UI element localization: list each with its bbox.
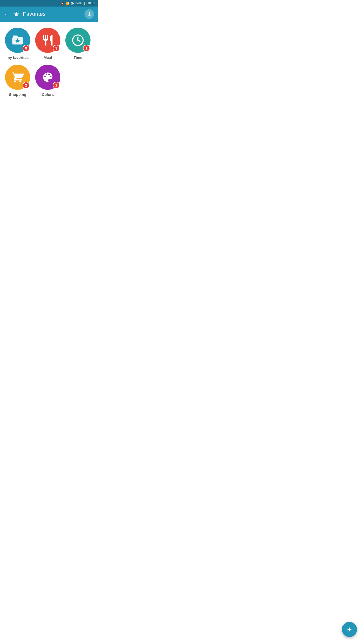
badge-colors: 1 (53, 82, 60, 89)
category-meal[interactable]: 3 Meal (35, 28, 60, 60)
page-title: Favorites (23, 11, 46, 17)
category-time[interactable]: 1 Time (65, 28, 90, 60)
circle-wrapper-my-favorites: 9 (5, 28, 30, 53)
star-icon: ★ (13, 10, 19, 18)
main-content: 9 my favorites 3 Meal (0, 22, 98, 103)
label-time: Time (74, 55, 82, 60)
toolbar: ← ★ Favorites (0, 7, 98, 22)
signal-icon: 📡 (71, 2, 74, 5)
label-shopping: Shopping (9, 92, 26, 97)
circle-wrapper-time: 1 (65, 28, 90, 53)
back-button[interactable]: ← (4, 11, 10, 17)
circle-wrapper-shopping: 2 (5, 65, 30, 90)
category-colors[interactable]: 1 Colors (35, 65, 60, 97)
wifi-icon: 📶 (66, 2, 69, 5)
badge-my-favorites: 9 (23, 45, 30, 52)
time-text: 18:31 (87, 2, 95, 5)
badge-time: 1 (83, 45, 90, 52)
label-meal: Meal (43, 55, 52, 60)
battery-icon: 🔋 (83, 2, 86, 5)
download-button[interactable] (84, 9, 94, 19)
circle-wrapper-meal: 3 (35, 28, 60, 53)
mute-icon: 🔇 (61, 2, 65, 5)
category-my-favorites[interactable]: 9 my favorites (5, 28, 30, 60)
circle-wrapper-colors: 1 (35, 65, 60, 90)
badge-meal: 3 (53, 45, 60, 52)
label-colors: Colors (42, 92, 54, 97)
label-my-favorites: my favorites (7, 55, 29, 60)
status-bar: 🔇 📶 📡 34% 🔋 18:31 (0, 0, 98, 7)
badge-shopping: 2 (23, 82, 30, 89)
status-icons: 🔇 📶 📡 34% 🔋 18:31 (61, 2, 95, 5)
toolbar-left: ← ★ Favorites (4, 10, 46, 18)
category-shopping[interactable]: 2 Shopping (5, 65, 30, 97)
battery-text: 34% (75, 2, 81, 5)
